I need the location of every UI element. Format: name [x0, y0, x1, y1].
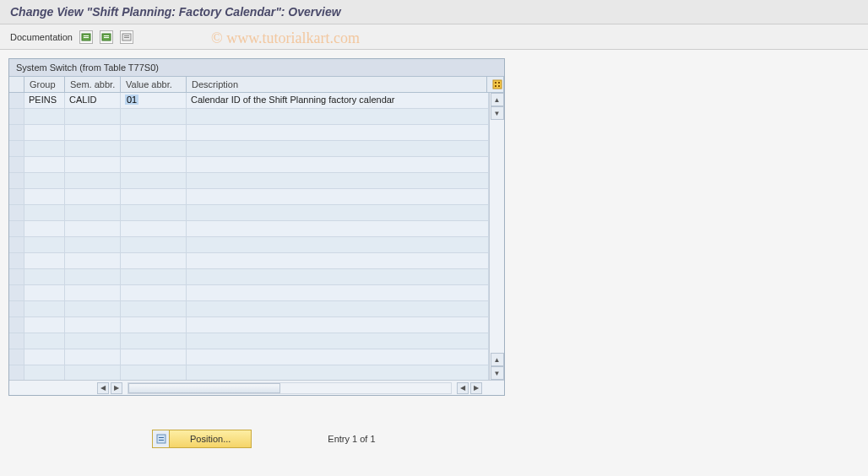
- hscroll-track[interactable]: [127, 382, 452, 394]
- svg-rect-13: [498, 85, 500, 87]
- grid-body: PEINS CALID 01 Calendar ID of the Shift …: [9, 93, 504, 380]
- table-row[interactable]: [9, 109, 489, 125]
- table-row[interactable]: [9, 269, 489, 285]
- svg-rect-11: [498, 82, 500, 84]
- svg-rect-2: [84, 37, 89, 38]
- cell-value-abbr[interactable]: 01: [121, 93, 187, 108]
- scroll-track[interactable]: [490, 120, 504, 353]
- footer-bar: Position... Entry 1 of 1: [0, 430, 868, 448]
- scroll-up-button[interactable]: ▲: [491, 93, 504, 106]
- column-header-value-abbr[interactable]: Value abbr.: [121, 77, 187, 92]
- scroll-down-button-bottom[interactable]: ▼: [491, 366, 504, 380]
- toolbar-icon-2[interactable]: [100, 30, 113, 44]
- svg-rect-1: [84, 35, 89, 36]
- table-row[interactable]: PEINS CALID 01 Calendar ID of the Shift …: [9, 93, 489, 109]
- svg-rect-15: [159, 437, 164, 438]
- table-row[interactable]: [9, 157, 489, 173]
- hscroll-thumb[interactable]: [128, 383, 280, 393]
- horizontal-scrollbar: ◀ ▶ ◀ ▶: [9, 380, 504, 395]
- table-row[interactable]: [9, 285, 489, 301]
- table-row[interactable]: [9, 221, 489, 237]
- svg-rect-7: [124, 35, 129, 36]
- cell-sem-abbr: CALID: [65, 93, 121, 108]
- table-row[interactable]: [9, 205, 489, 221]
- grid-header-row: Group Sem. abbr. Value abbr. Description: [9, 77, 504, 93]
- position-button-label: Position...: [170, 434, 251, 444]
- svg-rect-8: [124, 37, 129, 38]
- cell-description: Calendar ID of the Shift Planning factor…: [187, 93, 489, 108]
- table-row[interactable]: [9, 317, 489, 333]
- table-row[interactable]: [9, 349, 489, 365]
- scroll-left-button-2[interactable]: ◀: [457, 382, 469, 394]
- svg-rect-14: [157, 435, 165, 443]
- cell-group: PEINS: [24, 93, 65, 108]
- column-header-group[interactable]: Group: [24, 77, 65, 92]
- toolbar-icon-1[interactable]: [79, 30, 93, 44]
- table-row[interactable]: [9, 125, 489, 141]
- svg-rect-5: [104, 37, 109, 38]
- data-grid: System Switch (from Table T77S0) Group S…: [8, 58, 505, 396]
- table-row[interactable]: [9, 253, 489, 269]
- toolbar: Documentation: [0, 24, 868, 50]
- table-row[interactable]: [9, 365, 489, 380]
- scroll-left-button[interactable]: ◀: [97, 382, 109, 394]
- column-header-sem-abbr[interactable]: Sem. abbr.: [65, 77, 121, 92]
- svg-rect-10: [495, 82, 496, 84]
- row-selector[interactable]: [9, 93, 24, 108]
- grid-title: System Switch (from Table T77S0): [9, 59, 504, 77]
- table-settings-icon: [492, 79, 502, 89]
- svg-rect-16: [159, 440, 164, 441]
- table-row[interactable]: [9, 333, 489, 349]
- table-row[interactable]: [9, 237, 489, 253]
- column-config-button[interactable]: [487, 77, 504, 92]
- scroll-down-button[interactable]: ▼: [491, 106, 504, 120]
- documentation-button[interactable]: Documentation: [10, 32, 73, 42]
- svg-rect-4: [104, 35, 109, 36]
- scroll-right-button-2[interactable]: ▶: [470, 382, 482, 394]
- page-title: Change View "Shift Planning: Factory Cal…: [0, 0, 868, 24]
- entry-status: Entry 1 of 1: [328, 434, 375, 444]
- column-header-description[interactable]: Description: [187, 77, 487, 92]
- toolbar-icon-3[interactable]: [120, 30, 133, 44]
- position-button[interactable]: Position...: [152, 430, 252, 448]
- vertical-scrollbar[interactable]: ▲ ▼ ▲ ▼: [489, 93, 504, 380]
- table-row[interactable]: [9, 301, 489, 317]
- row-selector-header: [9, 77, 24, 92]
- scroll-right-button[interactable]: ▶: [111, 382, 122, 394]
- svg-rect-9: [493, 80, 502, 89]
- table-row[interactable]: [9, 189, 489, 205]
- position-icon: [153, 430, 170, 447]
- scroll-up-button-bottom[interactable]: ▲: [491, 353, 504, 366]
- svg-rect-12: [495, 85, 496, 87]
- table-row[interactable]: [9, 173, 489, 189]
- table-row[interactable]: [9, 141, 489, 157]
